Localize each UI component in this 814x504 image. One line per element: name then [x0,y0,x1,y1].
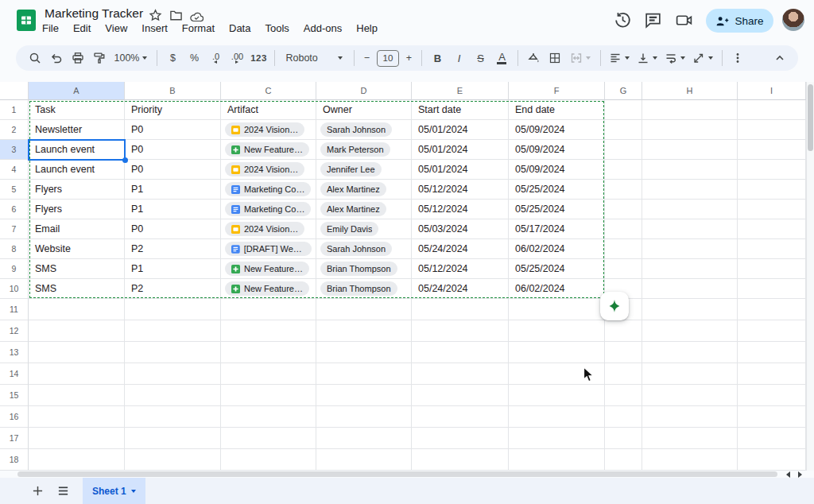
cell-B6[interactable]: P1 [125,200,221,219]
print-icon[interactable] [68,48,87,68]
menu-insert[interactable]: Insert [134,22,175,34]
cell-E11[interactable] [412,299,509,320]
row-header-18[interactable]: 18 [0,449,29,471]
cell-G2[interactable] [605,120,642,140]
cell-F12[interactable] [509,320,605,342]
row-header-1[interactable]: 1 [0,100,29,120]
paint-format-icon[interactable] [90,48,109,68]
cell-A9[interactable]: SMS [29,259,125,279]
cell-E16[interactable] [412,406,509,428]
cell-D11[interactable] [316,299,412,320]
document-title[interactable]: Marketing Tracker [45,6,143,21]
cell-F8[interactable]: 06/02/2024 [509,239,605,259]
cell-C9[interactable]: New Feature… [221,259,316,279]
cell-A6[interactable]: Flyers [29,200,125,219]
cell-A13[interactable] [29,342,125,363]
row-header-17[interactable]: 17 [0,428,29,449]
cell-B11[interactable] [125,299,221,320]
decrease-decimal-button[interactable]: .0 [206,48,225,68]
menu-view[interactable]: View [98,22,134,34]
cell-A7[interactable]: Email [29,219,125,239]
cell-G8[interactable] [605,239,642,259]
cell-A18[interactable] [29,449,125,471]
cell-D7[interactable]: Emily Davis [316,219,412,239]
font-size-input[interactable]: 10 [377,50,399,67]
cell-G6[interactable] [605,200,642,219]
cell-A5[interactable]: Flyers [29,180,125,200]
increase-decimal-button[interactable]: .00 [227,48,246,68]
cell-D4[interactable]: Jennifer Lee [316,160,412,180]
cell-H14[interactable] [642,363,738,385]
chip[interactable]: Brian Thompson [320,262,397,276]
cell-C5[interactable]: Marketing Co… [221,180,316,200]
version-history-icon[interactable] [614,11,632,29]
cell-B3[interactable]: P0 [125,140,221,160]
column-header-I[interactable]: I [738,82,806,100]
zoom-select[interactable]: 100% [111,48,151,68]
cell-C6[interactable]: Marketing Co… [221,200,316,219]
cell-E13[interactable] [412,342,509,363]
cell-C8[interactable]: [DRAFT] Web… [221,239,316,259]
chip[interactable]: 2024 Vision… [225,122,304,137]
cell-C7[interactable]: 2024 Vision… [221,219,316,239]
cell-F1[interactable]: End date [509,100,605,120]
chip[interactable]: New Feature… [225,142,309,157]
cell-G4[interactable] [605,160,642,180]
vertical-align-icon[interactable] [634,48,660,68]
cell-B2[interactable]: P0 [125,120,221,140]
cell-D6[interactable]: Alex Martinez [316,200,412,219]
search-icon[interactable] [25,48,45,68]
cell-I8[interactable] [738,239,806,259]
cell-D13[interactable] [316,342,412,363]
cell-G15[interactable] [605,385,642,406]
cell-H13[interactable] [642,342,738,363]
horizontal-align-icon[interactable] [607,48,632,68]
cell-A1[interactable]: Task [29,100,125,120]
cell-B7[interactable]: P0 [125,219,221,239]
cell-E2[interactable]: 05/01/2024 [412,120,509,140]
cell-D16[interactable] [316,406,412,428]
row-header-7[interactable]: 7 [0,219,29,239]
cell-G18[interactable] [605,449,642,471]
text-rotation-icon[interactable] [690,48,715,68]
cell-G14[interactable] [605,363,642,385]
cell-H5[interactable] [642,180,738,200]
cell-F13[interactable] [509,342,605,363]
cell-F7[interactable]: 05/17/2024 [509,219,605,239]
row-header-9[interactable]: 9 [0,259,29,279]
cell-C16[interactable] [221,406,316,428]
cell-D1[interactable]: Owner [316,100,412,120]
cell-H9[interactable] [642,259,738,279]
cell-I11[interactable] [738,299,806,320]
cell-I17[interactable] [738,428,806,449]
cell-E6[interactable]: 05/12/2024 [412,200,509,219]
cell-I5[interactable] [738,180,806,200]
cell-E15[interactable] [412,385,509,406]
menu-add-ons[interactable]: Add-ons [297,22,349,34]
cell-H4[interactable] [642,160,738,180]
chip[interactable]: 2024 Vision… [225,222,304,236]
chip[interactable]: New Feature… [225,262,309,276]
format-percent-button[interactable]: % [184,48,204,68]
horizontal-scrollbar-thumb[interactable] [17,471,777,477]
cell-B16[interactable] [125,406,221,428]
cell-F14[interactable] [509,363,605,385]
cell-A3[interactable]: Launch event [29,140,125,160]
cell-G12[interactable] [605,320,642,342]
vertical-scrollbar-thumb[interactable] [808,84,813,151]
row-header-13[interactable]: 13 [0,342,29,363]
cell-D15[interactable] [316,385,412,406]
cell-I12[interactable] [738,320,806,342]
cell-H12[interactable] [642,320,738,342]
row-header-6[interactable]: 6 [0,200,29,219]
chip[interactable]: Mark Peterson [320,142,390,157]
cell-D17[interactable] [316,428,412,449]
row-header-10[interactable]: 10 [0,279,29,299]
cell-C3[interactable]: New Feature… [221,140,316,160]
menu-tools[interactable]: Tools [258,22,296,34]
chip[interactable]: New Feature… [225,281,309,296]
cell-C4[interactable]: 2024 Vision… [221,160,316,180]
chip[interactable]: Alex Martinez [320,182,386,196]
cell-A11[interactable] [29,299,125,320]
row-header-11[interactable]: 11 [0,299,29,320]
